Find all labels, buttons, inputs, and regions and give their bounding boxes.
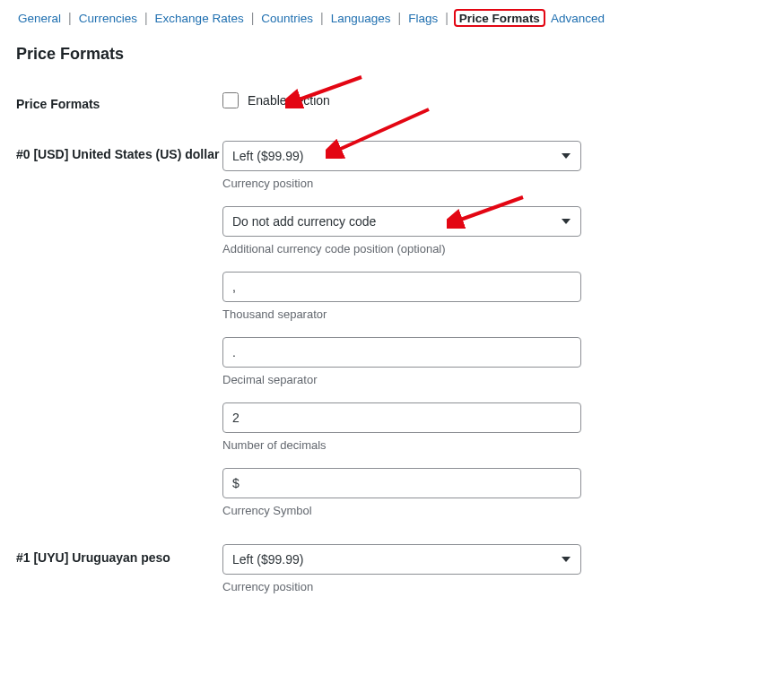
tab-price-formats-highlight: Price Formats	[454, 9, 545, 27]
currency0-position-desc: Currency position	[222, 177, 608, 190]
tab-separator: |	[68, 11, 72, 25]
tab-separator: |	[398, 11, 402, 25]
row-currency0-symbol: Currency Symbol	[16, 468, 768, 517]
row-currency0-thousand: Thousand separator	[16, 272, 768, 321]
currency1-position-select[interactable]: Left ($99.99)	[222, 544, 581, 575]
tab-separator: |	[251, 11, 255, 25]
tab-countries[interactable]: Countries	[259, 10, 315, 27]
row-currency0-decimals: Number of decimals	[16, 402, 768, 452]
currency0-decimals-desc: Number of decimals	[222, 438, 608, 452]
page-title: Price Formats	[16, 45, 768, 64]
currency0-decimals-input[interactable]	[222, 402, 581, 433]
tab-languages[interactable]: Languages	[329, 10, 393, 27]
enable-section-checkbox[interactable]	[222, 92, 239, 108]
currency0-decimal-sep-input[interactable]	[222, 337, 581, 368]
currency1-position-desc: Currency position	[222, 580, 608, 593]
enable-section-label: Enable section	[248, 93, 330, 108]
row-currency1-position: #1 [UYU] Uruguayan peso Left ($99.99) Cu…	[16, 544, 768, 593]
currency0-code-desc: Additional currency code position (optio…	[222, 242, 608, 255]
tab-exchange-rates[interactable]: Exchange Rates	[153, 10, 246, 27]
tab-price-formats[interactable]: Price Formats	[459, 12, 540, 25]
row-currency0-code: Do not add currency code Additional curr…	[16, 206, 768, 255]
row-currency0-decimal-sep: Decimal separator	[16, 337, 768, 386]
row-currency0-position: #0 [USD] United States (US) dollar Left …	[16, 141, 768, 190]
section-label: Price Formats	[16, 91, 222, 114]
currency0-thousand-desc: Thousand separator	[222, 307, 608, 321]
currency0-position-select[interactable]: Left ($99.99)	[222, 141, 581, 171]
currency0-label: #0 [USD] United States (US) dollar	[16, 141, 222, 164]
tab-separator: |	[144, 11, 148, 25]
tab-flags[interactable]: Flags	[406, 10, 440, 27]
tab-separator: |	[320, 11, 324, 25]
currency0-symbol-desc: Currency Symbol	[222, 504, 608, 517]
row-enable-section: Price Formats Enable section	[16, 91, 768, 114]
tab-separator: |	[445, 11, 449, 25]
currency1-label: #1 [UYU] Uruguayan peso	[16, 544, 222, 567]
tab-navigation: General | Currencies | Exchange Rates | …	[16, 9, 768, 27]
tab-advanced[interactable]: Advanced	[549, 10, 606, 27]
tab-general[interactable]: General	[16, 10, 63, 27]
tab-currencies[interactable]: Currencies	[77, 10, 139, 27]
currency0-symbol-input[interactable]	[222, 468, 581, 498]
currency0-thousand-input[interactable]	[222, 272, 581, 302]
currency0-decimal-sep-desc: Decimal separator	[222, 373, 608, 386]
currency0-code-select[interactable]: Do not add currency code	[222, 206, 581, 237]
